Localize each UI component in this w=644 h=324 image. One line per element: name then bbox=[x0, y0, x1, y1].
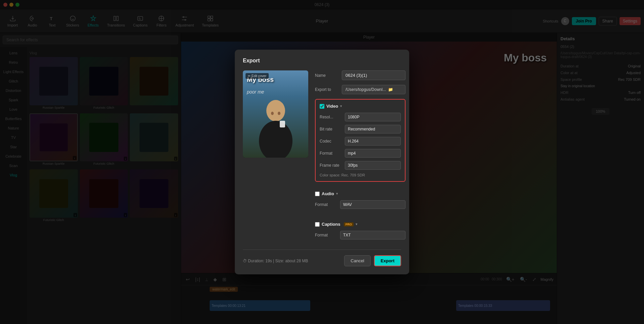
export-button[interactable]: Export bbox=[374, 255, 401, 266]
svg-point-15 bbox=[278, 112, 280, 115]
svg-point-11 bbox=[266, 100, 285, 121]
video-section-title: Video bbox=[326, 104, 338, 109]
captions-section-title: Captions bbox=[322, 222, 340, 227]
bitrate-select[interactable]: Recommended High Low bbox=[345, 125, 401, 133]
name-row: Name bbox=[315, 70, 406, 80]
person-figure bbox=[256, 97, 296, 158]
export-to-input[interactable]: /Users/topgus/Downl... 📁 bbox=[342, 85, 406, 94]
captions-section-header: Captions PRO ▾ bbox=[315, 222, 406, 227]
pro-badge: PRO bbox=[344, 222, 354, 226]
modal-body: My boss poor me ✏ Edit bbox=[243, 70, 401, 243]
captions-section: Captions PRO ▾ Format TXT SRT bbox=[315, 222, 406, 243]
name-label: Name bbox=[315, 73, 342, 78]
resolution-dropdown[interactable]: 1080P 720P 4K bbox=[348, 115, 398, 119]
color-space-text: Color space: Rec. 709 SDR bbox=[320, 173, 401, 177]
preview-subtitle: poor me bbox=[247, 89, 264, 95]
captions-checkbox[interactable] bbox=[315, 222, 320, 227]
svg-point-14 bbox=[271, 112, 274, 115]
codec-label: Codec bbox=[320, 139, 345, 144]
audio-section: Audio ▾ Format WAV MP3 AAC bbox=[315, 191, 406, 212]
svg-point-12 bbox=[259, 121, 292, 158]
format-label: Format bbox=[320, 151, 345, 156]
bitrate-row: Bit rate Recommended High Low bbox=[320, 125, 401, 133]
video-checkbox[interactable] bbox=[320, 104, 324, 109]
folder-icon[interactable]: 📁 bbox=[388, 87, 395, 92]
modal-footer: ⏱ Duration: 19s | Size: about 28 MB Canc… bbox=[243, 250, 401, 266]
framerate-label: Frame rate bbox=[320, 163, 345, 168]
audio-section-header: Audio ▾ bbox=[315, 191, 406, 196]
video-arrow: ▾ bbox=[340, 104, 342, 108]
export-modal-overlay: Export My boss poor me bbox=[0, 0, 644, 324]
codec-dropdown[interactable]: H.264 H.265 bbox=[348, 139, 398, 144]
format-row: Format mp4 mov bbox=[320, 149, 401, 158]
captions-format-row: Format TXT SRT bbox=[315, 231, 406, 239]
format-select[interactable]: mp4 mov bbox=[345, 149, 401, 158]
audio-section-title: Audio bbox=[322, 191, 334, 196]
captions-arrow: ▾ bbox=[356, 222, 358, 226]
captions-format-dropdown[interactable]: TXT SRT bbox=[343, 233, 402, 237]
codec-select[interactable]: H.264 H.265 bbox=[345, 137, 401, 146]
codec-row: Codec H.264 H.265 bbox=[320, 137, 401, 146]
audio-checkbox[interactable] bbox=[315, 192, 320, 196]
resolution-label: Resol... bbox=[320, 115, 345, 119]
export-to-label: Export to bbox=[315, 87, 342, 92]
framerate-dropdown[interactable]: 30fps 24fps 60fps bbox=[348, 163, 398, 168]
audio-format-dropdown[interactable]: WAV MP3 AAC bbox=[343, 202, 402, 207]
modal-preview-inner: My boss poor me bbox=[243, 70, 308, 158]
video-section-header: Video ▾ bbox=[320, 104, 401, 109]
modal-preview: My boss poor me ✏ Edit bbox=[243, 70, 308, 158]
format-dropdown[interactable]: mp4 mov bbox=[348, 151, 398, 156]
cancel-button[interactable]: Cancel bbox=[344, 255, 370, 266]
captions-format-select[interactable]: TXT SRT bbox=[340, 231, 406, 239]
audio-format-row: Format WAV MP3 AAC bbox=[315, 200, 406, 209]
bitrate-dropdown[interactable]: Recommended High Low bbox=[348, 127, 398, 131]
resolution-row: Resol... 1080P 720P 4K bbox=[320, 113, 401, 121]
audio-format-label: Format bbox=[315, 202, 340, 207]
duration-info: ⏱ Duration: 19s | Size: about 28 MB bbox=[243, 259, 308, 263]
audio-format-select[interactable]: WAV MP3 AAC bbox=[340, 200, 406, 209]
modal-form: Name Export to /Users/topgus/Downl... 📁 … bbox=[315, 70, 406, 243]
resolution-select[interactable]: 1080P 720P 4K bbox=[345, 113, 401, 121]
modal-title: Export bbox=[243, 58, 401, 64]
audio-arrow: ▾ bbox=[336, 192, 338, 196]
name-input[interactable] bbox=[342, 70, 406, 80]
framerate-row: Frame rate 30fps 24fps 60fps bbox=[320, 161, 401, 170]
bitrate-label: Bit rate bbox=[320, 127, 345, 131]
edit-cover-button[interactable]: ✏ Edit cover bbox=[246, 73, 269, 79]
video-section: Video ▾ Resol... 1080P 720P 4K bbox=[315, 99, 406, 182]
framerate-select[interactable]: 30fps 24fps 60fps bbox=[345, 161, 401, 170]
export-modal: Export My boss poor me bbox=[235, 50, 409, 274]
modal-buttons: Cancel Export bbox=[344, 255, 401, 266]
captions-format-label: Format bbox=[315, 233, 340, 237]
svg-rect-13 bbox=[280, 121, 285, 127]
export-to-row: Export to /Users/topgus/Downl... 📁 bbox=[315, 85, 406, 94]
